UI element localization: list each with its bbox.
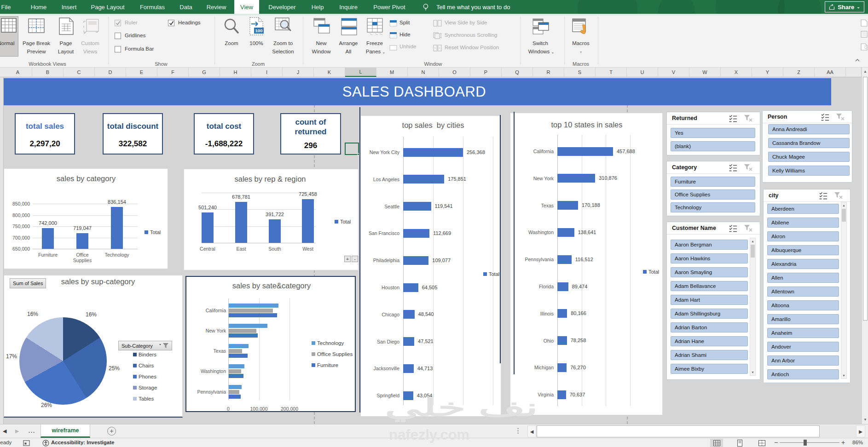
slicer-item-aimee-bixby[interactable]: Aimee Bixby — [671, 364, 748, 374]
share-button[interactable]: Share ⌄ — [825, 1, 864, 12]
prev-sheet-arrow[interactable]: ◀ — [3, 428, 6, 434]
sheet-list-ellipsis[interactable]: ... — [29, 428, 35, 434]
zoom-100-label[interactable]: 100% — [249, 40, 263, 46]
next-sheet-arrow[interactable]: ▶ — [15, 428, 19, 434]
slicer-item-allen[interactable]: Allen — [767, 273, 839, 283]
menu-tab-data[interactable]: Data — [179, 0, 192, 14]
scroll-down-arrow[interactable]: ▼ — [750, 369, 755, 375]
column-header-C[interactable]: C — [64, 68, 95, 77]
menu-tab-inquire[interactable]: Inquire — [339, 0, 358, 14]
slicer-item-aaron-smayling[interactable]: Aaron Smayling — [671, 267, 748, 277]
slicer-item-technology[interactable]: Technology — [671, 202, 755, 212]
slicer-item-adrian-hane[interactable]: Adrian Hane — [671, 336, 748, 346]
pivot-field-button[interactable]: Sum of Sales — [10, 278, 46, 288]
pivot-collapse-button[interactable]: - — [352, 256, 358, 262]
slicer-item-adrian-barton[interactable]: Adrian Barton — [671, 322, 748, 332]
column-header-Z[interactable]: Z — [783, 68, 815, 77]
new-window-label[interactable]: New — [316, 40, 326, 46]
arrange-all-label[interactable]: Arrange — [339, 40, 358, 46]
vscroll-up-arrow[interactable]: ▲ — [862, 68, 868, 76]
menu-tab-home[interactable]: Home — [31, 0, 47, 14]
slicer-item-ann-arbor[interactable]: Ann Arbor — [767, 355, 839, 366]
slicer-item-altoona[interactable]: Altoona — [767, 300, 839, 310]
accessibility-icon[interactable] — [42, 440, 49, 447]
slicer-item-adrian-shami[interactable]: Adrian Shami — [671, 350, 748, 360]
column-header-J[interactable]: J — [283, 68, 314, 77]
column-header-K[interactable]: K — [314, 68, 345, 77]
scrollbar-resize-handle[interactable]: ••• — [517, 428, 519, 435]
status-accessibility[interactable]: Accessibility: Investigate — [51, 440, 114, 445]
tellme-box[interactable]: Tell me what you want to do — [436, 0, 510, 14]
chart-top-10-states-in-sales[interactable]: top 10 states in salesCalifornia457,688N… — [510, 113, 663, 415]
slicer-item-alexandria[interactable]: Alexandria — [767, 259, 839, 269]
zoom-slider-thumb[interactable] — [804, 440, 807, 446]
view-page-break-button[interactable] — [755, 439, 768, 447]
slicer-scrollbar[interactable]: ▲▼ — [750, 238, 756, 376]
slicer-item-aberdeen[interactable]: Aberdeen — [767, 204, 839, 214]
slicer-item-adam-shillingsburg[interactable]: Adam Shillingsburg — [671, 309, 748, 319]
menu-tab-power-pivot[interactable]: Power Pivot — [373, 0, 405, 14]
column-header-L[interactable]: L — [345, 68, 376, 77]
scroll-up-arrow[interactable]: ▲ — [750, 238, 755, 244]
collapse-ribbon-icon[interactable] — [854, 58, 861, 63]
column-header-G[interactable]: G — [189, 68, 220, 77]
freeze-panes-label[interactable]: Freeze — [366, 40, 383, 46]
hide-label[interactable]: Hide — [399, 32, 411, 37]
vertical-scrollbar[interactable]: ▲ ▼ — [862, 68, 868, 424]
slicer-item-albuquerque[interactable]: Albuquerque — [767, 245, 839, 255]
column-header-T[interactable]: T — [596, 68, 627, 77]
zoom-slider-track[interactable] — [780, 442, 839, 443]
gridlines-checkbox[interactable] — [115, 33, 121, 39]
column-header-S[interactable]: S — [564, 68, 596, 77]
column-header-AA[interactable]: AA — [815, 68, 846, 77]
slicer-item-yes[interactable]: Yes — [671, 128, 755, 138]
menu-tab-file[interactable]: File — [1, 0, 11, 14]
hscroll-thumb[interactable] — [537, 425, 820, 437]
column-header-I[interactable]: I — [251, 68, 283, 77]
column-header-H[interactable]: H — [220, 68, 251, 77]
column-header-W[interactable]: W — [689, 68, 721, 77]
column-header-Q[interactable]: Q — [502, 68, 533, 77]
slicer-scrollbar[interactable]: ▲▼ — [841, 202, 847, 379]
hscroll-left-arrow[interactable]: ◀ — [527, 425, 536, 437]
zoom-to-selection-label[interactable]: Zoom to — [273, 40, 293, 46]
formula-bar-checkbox[interactable] — [115, 46, 121, 52]
column-header-R[interactable]: R — [533, 68, 564, 77]
column-header-M[interactable]: M — [376, 68, 408, 77]
slicer-item--blank-[interactable]: (blank) — [671, 141, 755, 151]
new-sheet-button[interactable]: + — [107, 427, 116, 436]
menu-tab-insert[interactable]: Insert — [62, 0, 77, 14]
slicer-item-furniture[interactable]: Furniture — [671, 177, 755, 187]
slicer-item-adam-bellavance[interactable]: Adam Bellavance — [671, 281, 748, 291]
page-break-preview-label[interactable]: Page Break — [23, 40, 50, 46]
chart-sales-by-state-category[interactable]: sales by sate&category0100,000200,000Cal… — [185, 276, 356, 412]
switch-windows-label[interactable]: Switch — [532, 40, 548, 46]
slicer-item-office-supplies[interactable]: Office Supplies — [671, 189, 755, 200]
column-header-O[interactable]: O — [439, 68, 470, 77]
scroll-thumb[interactable] — [842, 209, 846, 222]
headings-checkbox[interactable] — [168, 20, 174, 26]
column-header-A[interactable]: A — [4, 68, 32, 77]
view-page-layout-button[interactable] — [733, 439, 746, 447]
menu-tab-formulas[interactable]: Formulas — [140, 0, 165, 14]
hscroll-track[interactable] — [820, 425, 856, 437]
legend-field-button[interactable]: Sub-Category — [118, 341, 172, 350]
hscroll-right-arrow[interactable]: ▶ — [856, 425, 865, 437]
menu-tab-help[interactable]: Help — [312, 0, 324, 14]
view-normal-button[interactable] — [710, 439, 723, 447]
menu-tab-page-layout[interactable]: Page Layout — [91, 0, 124, 14]
slicer-item-akron[interactable]: Akron — [767, 231, 839, 241]
selected-cell[interactable] — [345, 143, 359, 155]
column-header-X[interactable]: X — [721, 68, 752, 77]
zoom-label[interactable]: Zoom — [225, 40, 238, 46]
menu-tab-review[interactable]: Review — [207, 0, 226, 14]
column-header-E[interactable]: E — [126, 68, 157, 77]
page-layout-label[interactable]: Page — [60, 40, 72, 46]
slicer-item-aaron-hawkins[interactable]: Aaron Hawkins — [671, 253, 748, 264]
column-header-U[interactable]: U — [627, 68, 658, 77]
slicer-item-amarillo[interactable]: Amarillo — [767, 314, 839, 324]
split-label[interactable]: Split — [399, 20, 410, 25]
column-header-B[interactable]: B — [32, 68, 64, 77]
macros-label[interactable]: Macros — [572, 40, 590, 46]
slicer-item-chuck-magee[interactable]: Chuck Magee — [768, 152, 850, 162]
